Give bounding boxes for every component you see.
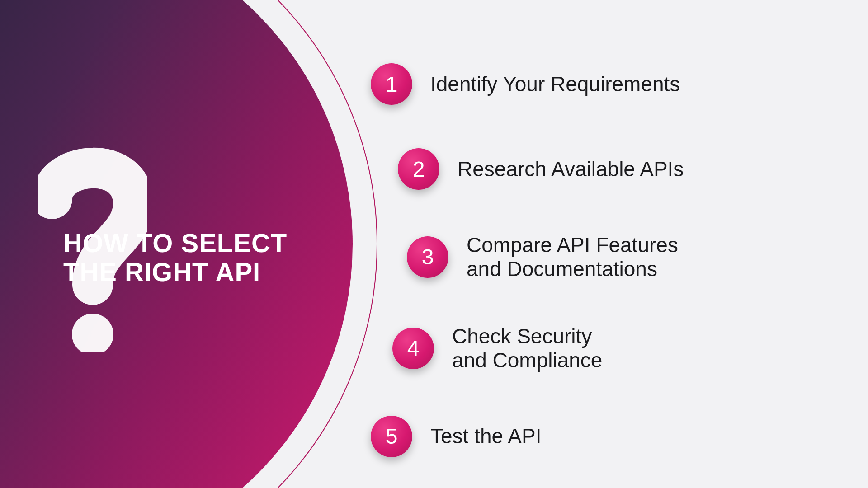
step-label: Research Available APIs (458, 157, 684, 181)
step-item-2: 2 Research Available APIs (398, 148, 684, 190)
step-item-1: 1 Identify Your Requirements (371, 63, 684, 105)
steps-list: 1 Identify Your Requirements 2 Research … (371, 63, 684, 457)
step-number-badge: 1 (371, 63, 412, 105)
step-item-5: 5 Test the API (371, 416, 684, 457)
step-item-4: 4 Check Securityand Compliance (392, 324, 684, 372)
title-line-1: HOW TO SELECT (63, 228, 287, 258)
step-item-3: 3 Compare API Featuresand Documentations (407, 233, 684, 281)
step-number-badge: 5 (371, 416, 412, 457)
title-line-2: THE RIGHT API (63, 257, 260, 286)
step-label: Compare API Featuresand Documentations (467, 233, 678, 281)
step-label: Test the API (430, 424, 541, 448)
page-title: HOW TO SELECT THE RIGHT API (63, 229, 287, 286)
step-number-badge: 4 (392, 328, 434, 369)
step-number-badge: 2 (398, 148, 439, 190)
step-label: Identify Your Requirements (430, 72, 680, 96)
step-label: Check Securityand Compliance (452, 324, 602, 372)
step-number-badge: 3 (407, 236, 448, 278)
